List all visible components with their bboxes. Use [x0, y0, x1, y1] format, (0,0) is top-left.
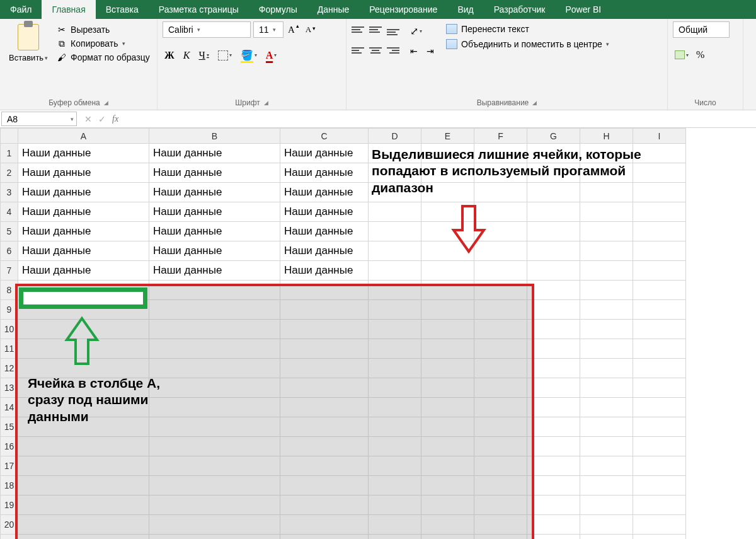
cell[interactable]: Наши данные	[18, 222, 149, 241]
fill-color-button[interactable]: 🪣▾	[239, 48, 259, 62]
cell[interactable]	[369, 241, 421, 261]
cell[interactable]	[369, 417, 421, 437]
cell[interactable]	[369, 437, 421, 456]
cell[interactable]: Наши данные	[280, 222, 369, 241]
cell[interactable]	[633, 144, 686, 163]
cell[interactable]	[421, 281, 474, 300]
cell[interactable]	[527, 378, 580, 398]
row-header[interactable]: 12	[1, 359, 18, 378]
cell[interactable]	[18, 300, 149, 320]
cell[interactable]: Наши данные	[18, 163, 149, 183]
formula-input[interactable]	[129, 110, 756, 127]
cell[interactable]	[633, 476, 686, 496]
row-header[interactable]: 14	[1, 398, 18, 417]
cell[interactable]	[18, 496, 149, 515]
cell[interactable]	[149, 320, 280, 339]
cell[interactable]	[421, 241, 474, 261]
cell[interactable]	[633, 320, 686, 339]
cell[interactable]	[580, 144, 633, 163]
cell[interactable]: Наши данные	[149, 202, 280, 222]
merge-center-button[interactable]: Объединить и поместить в центре ▾	[446, 39, 609, 49]
cell[interactable]	[280, 300, 369, 320]
cell[interactable]	[280, 359, 369, 378]
cell[interactable]	[527, 359, 580, 378]
tab-formulas[interactable]: Формулы	[249, 0, 307, 19]
cell[interactable]	[474, 163, 527, 183]
cell[interactable]	[369, 398, 421, 417]
cell[interactable]	[527, 300, 580, 320]
cell[interactable]	[280, 417, 369, 437]
tab-view[interactable]: Вид	[447, 0, 483, 19]
cell[interactable]: Наши данные	[18, 241, 149, 261]
cell[interactable]	[474, 378, 527, 398]
cell[interactable]	[527, 261, 580, 281]
row-header[interactable]: 20	[1, 515, 18, 535]
align-left-button[interactable]	[352, 45, 364, 56]
col-header-I[interactable]: I	[633, 129, 686, 144]
sheet-table[interactable]: A B C D E F G H I 1Наши данныеНаши данны…	[0, 128, 686, 539]
cell[interactable]	[527, 456, 580, 476]
cell[interactable]	[18, 378, 149, 398]
cell[interactable]	[580, 417, 633, 437]
cell[interactable]	[421, 359, 474, 378]
cell[interactable]: Наши данные	[18, 144, 149, 163]
cell[interactable]	[527, 183, 580, 202]
cell[interactable]	[580, 202, 633, 222]
col-header-B[interactable]: B	[149, 129, 280, 144]
row-header[interactable]: 10	[1, 320, 18, 339]
cell[interactable]	[421, 300, 474, 320]
cell[interactable]	[149, 515, 280, 535]
cell[interactable]	[580, 456, 633, 476]
wrap-text-button[interactable]: Перенести текст	[446, 24, 609, 34]
cell[interactable]	[633, 261, 686, 281]
cell[interactable]	[369, 202, 421, 222]
cell[interactable]	[633, 163, 686, 183]
cell[interactable]	[633, 202, 686, 222]
tab-home[interactable]: Главная	[42, 0, 95, 19]
cell[interactable]	[280, 496, 369, 515]
cell[interactable]	[527, 222, 580, 241]
cell[interactable]	[421, 437, 474, 456]
cell[interactable]	[421, 163, 474, 183]
cell[interactable]	[474, 437, 527, 456]
cell[interactable]	[474, 144, 527, 163]
cell[interactable]	[580, 378, 633, 398]
italic-button[interactable]: К	[181, 49, 192, 62]
align-bottom-button[interactable]	[387, 24, 399, 35]
cell[interactable]	[18, 456, 149, 476]
cell[interactable]	[527, 417, 580, 437]
cell[interactable]	[580, 515, 633, 535]
cell[interactable]	[149, 359, 280, 378]
copy-button[interactable]: ⧉ Копировать ▾	[55, 38, 151, 49]
cell[interactable]	[18, 535, 149, 540]
cell[interactable]	[527, 515, 580, 535]
cell[interactable]	[527, 163, 580, 183]
cell[interactable]	[633, 183, 686, 202]
cell[interactable]	[474, 535, 527, 540]
name-box[interactable]: A8▾	[1, 112, 77, 126]
cell[interactable]	[18, 281, 149, 300]
tab-developer[interactable]: Разработчик	[484, 0, 556, 19]
cell[interactable]	[633, 241, 686, 261]
cell[interactable]	[580, 261, 633, 281]
cell[interactable]	[580, 183, 633, 202]
cell[interactable]	[149, 476, 280, 496]
cell[interactable]: Наши данные	[280, 261, 369, 281]
cell[interactable]	[527, 476, 580, 496]
cell[interactable]	[580, 281, 633, 300]
cell[interactable]	[474, 320, 527, 339]
cell[interactable]	[474, 222, 527, 241]
cell[interactable]	[149, 398, 280, 417]
select-all-corner[interactable]	[1, 129, 18, 144]
cell[interactable]	[474, 456, 527, 476]
cell[interactable]	[369, 515, 421, 535]
cell[interactable]: Наши данные	[280, 183, 369, 202]
dialog-launcher-icon[interactable]: ◢	[532, 100, 537, 106]
cell[interactable]	[421, 535, 474, 540]
cell[interactable]	[421, 202, 474, 222]
cell[interactable]	[18, 437, 149, 456]
tab-review[interactable]: Рецензирование	[359, 0, 447, 19]
cell[interactable]	[149, 281, 280, 300]
percent-button[interactable]: %	[694, 48, 706, 62]
format-painter-button[interactable]: 🖌 Формат по образцу	[55, 52, 151, 63]
